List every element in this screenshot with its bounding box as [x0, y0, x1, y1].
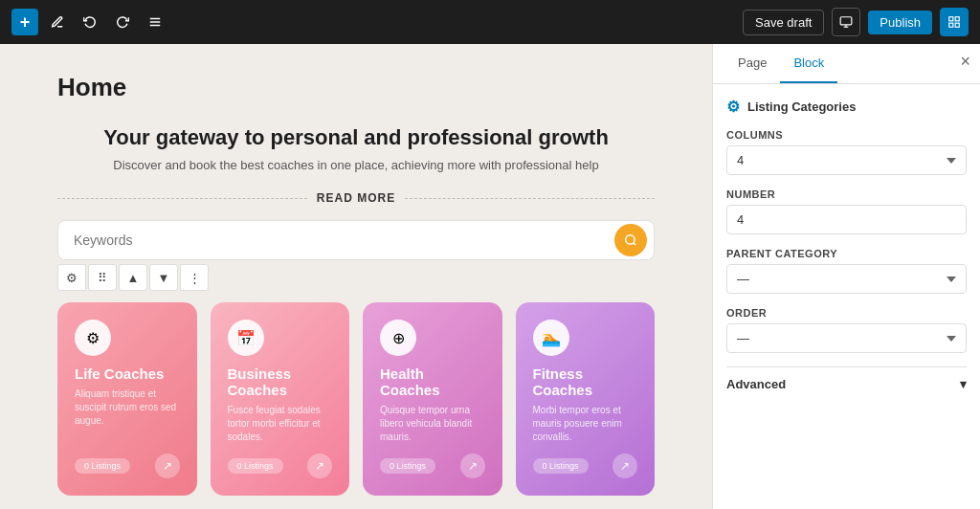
add-block-button[interactable]: + [11, 9, 38, 35]
toolbar-left: + [11, 9, 168, 35]
panel-close-button[interactable]: × [960, 52, 970, 72]
advanced-toggle[interactable]: Advanced ▾ [726, 366, 967, 401]
page-title: Home [57, 73, 655, 102]
undo-button[interactable] [77, 9, 103, 35]
category-card[interactable]: ⚙ Life Coaches Aliquam tristique et susc… [57, 302, 197, 496]
order-label: ORDER [726, 307, 967, 319]
redo-button[interactable] [109, 9, 136, 35]
columns-select[interactable]: 4123 [726, 145, 967, 175]
card-icon: ⚙ [75, 320, 111, 356]
svg-rect-3 [841, 17, 853, 25]
card-desc: Fusce feugiat sodales tortor morbi effic… [228, 404, 333, 444]
svg-rect-8 [955, 23, 959, 27]
pen-tool-button[interactable] [44, 9, 71, 35]
listings-badge: 0 Listings [380, 458, 435, 474]
block-more-button[interactable]: ⋮ [180, 264, 209, 291]
tab-page[interactable]: Page [724, 44, 780, 83]
right-panel: Page Block × ⚙ Listing Categories COLUMN… [712, 44, 980, 509]
svg-point-10 [626, 235, 635, 244]
search-bar-container [57, 220, 655, 260]
hero-heading: Your gateway to personal and professiona… [57, 125, 655, 150]
svg-rect-6 [949, 17, 953, 21]
preview-button[interactable] [832, 8, 860, 36]
block-label: ⚙ Listing Categories [726, 98, 967, 116]
categories-grid: ⚙ Life Coaches Aliquam tristique et susc… [57, 302, 655, 496]
card-footer: 0 Listings ↗ [380, 454, 485, 478]
card-arrow-icon: ↗ [612, 454, 637, 478]
card-icon: 📅 [228, 320, 264, 356]
search-button[interactable] [614, 224, 647, 256]
hero-section: Your gateway to personal and professiona… [57, 125, 655, 172]
svg-rect-9 [949, 23, 953, 27]
card-footer: 0 Listings ↗ [228, 454, 333, 478]
parent-category-field: PARENT CATEGORY — [726, 248, 967, 294]
number-label: NUMBER [726, 188, 967, 200]
order-select[interactable]: — [726, 323, 967, 353]
number-field: NUMBER [726, 188, 967, 234]
card-arrow-icon: ↗ [155, 454, 180, 478]
settings-panel-button[interactable] [940, 8, 969, 36]
divider-left [57, 198, 307, 199]
card-footer: 0 Listings ↗ [533, 454, 638, 478]
order-field: ORDER — [726, 307, 967, 353]
list-view-button[interactable] [142, 9, 168, 35]
parent-category-label: PARENT CATEGORY [726, 248, 967, 259]
svg-line-11 [634, 243, 636, 246]
block-up-button[interactable]: ▲ [119, 264, 147, 291]
block-toolbar: ⚙ ⠿ ▲ ▼ ⋮ [57, 264, 655, 291]
card-name: Business Coaches [228, 365, 333, 398]
category-card[interactable]: ⊕ Health Coaches Quisque tempor urna lib… [363, 302, 502, 496]
listings-badge: 0 Listings [228, 458, 283, 474]
main-layout: Home Your gateway to personal and profes… [0, 44, 980, 509]
panel-content: ⚙ Listing Categories COLUMNS 4123 NUMBER… [713, 84, 980, 509]
block-label-text: Listing Categories [747, 100, 856, 114]
toolbar-right: Save draft Publish [743, 8, 969, 36]
card-footer: 0 Listings ↗ [75, 454, 180, 478]
top-toolbar: + Save draft Publish [0, 0, 980, 44]
columns-field: COLUMNS 4123 [726, 129, 967, 175]
editor-area: Home Your gateway to personal and profes… [0, 44, 712, 509]
tab-block[interactable]: Block [780, 44, 837, 83]
advanced-label: Advanced [726, 377, 786, 391]
publish-button[interactable]: Publish [868, 11, 932, 34]
block-drag-button[interactable]: ⠿ [88, 264, 117, 291]
block-down-button[interactable]: ▼ [149, 264, 178, 291]
category-card[interactable]: 📅 Business Coaches Fusce feugiat sodales… [211, 302, 350, 496]
listings-badge: 0 Listings [75, 458, 130, 474]
category-card[interactable]: 🏊 Fitness Coaches Morbi tempor eros et m… [516, 302, 656, 496]
card-desc: Morbi tempor eros et mauris posuere enim… [533, 404, 638, 444]
parent-category-select[interactable]: — [726, 264, 967, 294]
hero-subtext: Discover and book the best coaches in on… [57, 158, 655, 172]
card-icon: ⊕ [380, 320, 416, 356]
card-name: Health Coaches [380, 365, 485, 398]
panel-tabs: Page Block × [713, 44, 980, 84]
card-desc: Aliquam tristique et suscipit rutrum ero… [75, 387, 180, 428]
divider-right [405, 198, 655, 199]
card-name: Fitness Coaches [533, 365, 638, 398]
advanced-chevron-icon: ▾ [960, 377, 967, 391]
number-input[interactable] [726, 205, 967, 234]
card-arrow-icon: ↗ [460, 454, 485, 478]
read-more-section: READ MORE [57, 191, 655, 205]
card-icon: 🏊 [533, 320, 569, 356]
svg-rect-7 [955, 17, 959, 21]
save-draft-button[interactable]: Save draft [743, 10, 824, 35]
listing-categories-icon: ⚙ [726, 98, 740, 116]
listings-badge: 0 Listings [533, 458, 589, 474]
card-name: Life Coaches [75, 365, 180, 382]
read-more-button[interactable]: READ MORE [317, 191, 395, 205]
card-desc: Quisque tempor urna libero vehicula blan… [380, 404, 485, 444]
block-settings-button[interactable]: ⚙ [57, 264, 86, 291]
columns-label: COLUMNS [726, 129, 967, 141]
search-input[interactable] [57, 220, 655, 260]
card-arrow-icon: ↗ [307, 454, 332, 478]
